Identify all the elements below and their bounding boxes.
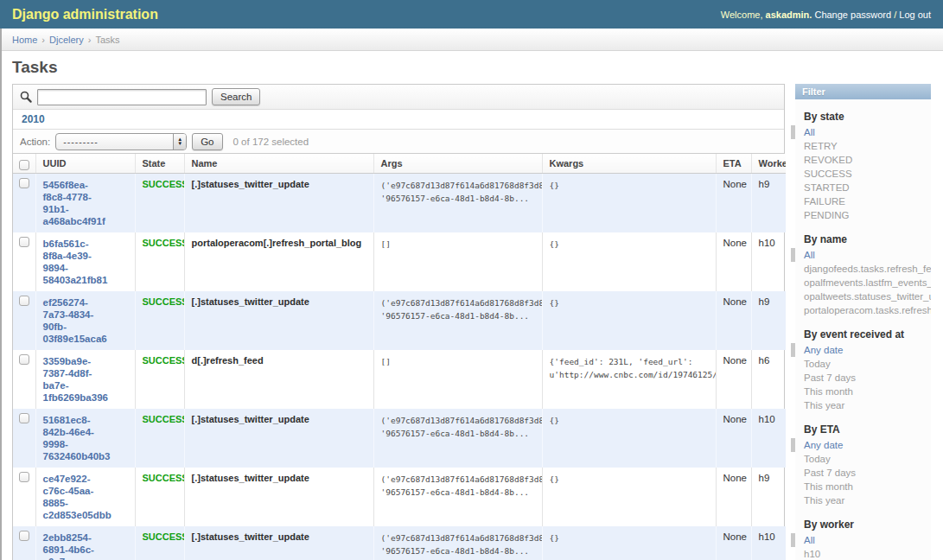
filter-list-by-event-received: Any date Today Past 7 days This month Th…	[795, 343, 931, 412]
task-uuid-link[interactable]: 5456f8ea- f8c8-4778- 91b1- a468abc4f91f	[43, 180, 105, 226]
breadcrumb-djcelery[interactable]: Djcelery	[49, 35, 84, 45]
filter-item-eta-past-7-days[interactable]: Past 7 days	[795, 466, 931, 480]
search-input[interactable]	[37, 89, 207, 105]
filter-item-state-retry[interactable]: RETRY	[795, 139, 931, 153]
task-worker: h10	[751, 409, 786, 468]
table-row: 51681ec8- 842b-46e4- 9998- 7632460b40b3 …	[13, 409, 786, 468]
row-checkbox[interactable]	[19, 178, 29, 188]
filter-list-by-name: All djangofeeds.tasks.refresh_feed opalf…	[795, 248, 931, 317]
column-header-name[interactable]: Name	[184, 154, 373, 174]
task-eta: None	[716, 468, 751, 526]
column-header-uuid[interactable]: UUID	[35, 154, 135, 174]
task-state: SUCCESS	[135, 291, 184, 350]
task-eta: None	[716, 526, 751, 560]
go-button[interactable]: Go	[192, 133, 222, 150]
filter-item-name-opalfmevents[interactable]: opalfmevents.lastfm_events_upd	[795, 276, 931, 290]
filter-item-received-this-year[interactable]: This year	[795, 398, 931, 412]
column-header-args[interactable]: Args	[373, 154, 542, 174]
column-header-kwargs[interactable]: Kwargs	[542, 154, 716, 174]
filter-item-received-today[interactable]: Today	[795, 357, 931, 371]
filter-item-state-revoked[interactable]: REVOKED	[795, 153, 931, 167]
task-state: SUCCESS	[135, 409, 184, 468]
filter-item-name-opaltweets[interactable]: opaltweets.statuses_twitter_upd	[795, 290, 931, 303]
row-checkbox[interactable]	[19, 237, 29, 247]
filter-item-eta-any-date[interactable]: Any date	[791, 438, 931, 452]
task-args: ('e97c687d13d87f614a6d81768d8f3d8e', '96…	[373, 526, 542, 560]
filter-item-state-success[interactable]: SUCCESS	[795, 167, 931, 181]
row-checkbox[interactable]	[19, 296, 29, 306]
task-args: []	[373, 350, 542, 409]
filter-item-received-any-date[interactable]: Any date	[791, 343, 931, 357]
row-checkbox[interactable]	[19, 472, 29, 482]
task-state: SUCCESS	[135, 468, 184, 526]
site-title: Django administration	[12, 7, 158, 22]
filter-item-state-failure[interactable]: FAILURE	[795, 194, 931, 208]
results-table: UUID State Name Args Kwargs ETA Worker 5…	[13, 154, 786, 560]
table-row: b6fa561c- 8f8a-4e39- 9894- 58403a21fb81 …	[13, 232, 786, 291]
filter-sidebar: Filter By state All RETRY REVOKED SUCCES…	[795, 84, 931, 560]
task-uuid-link[interactable]: ce47e922- c76c-45aa- 8885- c2d853e05dbb	[43, 474, 112, 520]
task-kwargs: {}	[542, 174, 716, 233]
breadcrumb-current: Tasks	[95, 35, 119, 45]
row-checkbox[interactable]	[19, 354, 29, 365]
task-name: d[.]refresh_feed	[184, 350, 373, 409]
filter-item-worker-h10[interactable]: h10	[795, 547, 931, 560]
task-kwargs: {}	[542, 232, 716, 291]
logout-link[interactable]: Log out	[899, 10, 931, 20]
task-uuid-link[interactable]: 2ebb8254- 6891-4b6c- a0e7-	[43, 532, 94, 560]
filter-item-worker-all[interactable]: All	[791, 533, 931, 547]
column-header-worker[interactable]: Worker	[751, 154, 786, 174]
task-kwargs: {}	[542, 468, 716, 526]
change-password-link[interactable]: Change password	[814, 10, 891, 20]
select-stepper-icon: ▲▼	[173, 134, 186, 150]
task-worker: h10	[751, 526, 786, 560]
task-eta: None	[716, 291, 751, 350]
action-select[interactable]: --------- ▲▼	[55, 133, 187, 150]
page-title: Tasks	[12, 58, 943, 77]
task-state: SUCCESS	[135, 350, 184, 409]
date-hierarchy-year-link[interactable]: 2010	[22, 113, 45, 125]
filter-heading-by-event-received: By event received at	[795, 328, 931, 340]
task-uuid-link[interactable]: 51681ec8- 842b-46e4- 9998- 7632460b40b3	[43, 415, 111, 461]
row-checkbox[interactable]	[19, 531, 29, 541]
task-kwargs: {}	[542, 409, 716, 468]
filter-item-state-started[interactable]: STARTED	[795, 181, 931, 194]
breadcrumb-separator: ›	[88, 35, 92, 45]
select-all-checkbox[interactable]	[19, 160, 29, 170]
filter-item-state-all[interactable]: All	[791, 125, 931, 139]
table-row: ce47e922- c76c-45aa- 8885- c2d853e05dbb …	[13, 468, 786, 526]
filter-title: Filter	[795, 84, 931, 99]
search-button[interactable]: Search	[212, 88, 260, 105]
filter-item-state-pending[interactable]: PENDING	[795, 208, 931, 222]
table-row: 2ebb8254- 6891-4b6c- a0e7- SUCCESS [.]st…	[13, 526, 786, 560]
table-row: 3359ba9e- 7387-4d8f- ba7e- 1fb6269ba396 …	[13, 350, 786, 409]
task-uuid-link[interactable]: 3359ba9e- 7387-4d8f- ba7e- 1fb6269ba396	[43, 356, 108, 403]
filter-item-name-portaloperacom[interactable]: portaloperacom.tasks.refresh_p	[795, 303, 931, 317]
changelist: Search 2010 Action: --------- ▲▼ Go 0 of…	[12, 84, 785, 560]
table-header-row: UUID State Name Args Kwargs ETA Worker	[13, 154, 786, 174]
task-args: ('e97c687d13d87f614a6d81768d8f3d8e', '96…	[373, 409, 542, 468]
filter-item-name-djangofeeds[interactable]: djangofeeds.tasks.refresh_feed	[795, 262, 931, 276]
filter-item-received-past-7-days[interactable]: Past 7 days	[795, 371, 931, 385]
column-header-state[interactable]: State	[135, 154, 184, 174]
task-uuid-link[interactable]: b6fa561c- 8f8a-4e39- 9894- 58403a21fb81	[43, 239, 108, 285]
filter-item-eta-this-year[interactable]: This year	[795, 493, 931, 507]
task-state: SUCCESS	[135, 526, 184, 560]
welcome-text: Welcome,	[721, 10, 763, 20]
filter-item-name-all[interactable]: All	[791, 248, 931, 262]
filter-item-eta-today[interactable]: Today	[795, 452, 931, 466]
task-eta: None	[716, 174, 751, 233]
task-uuid-link[interactable]: ef256274- 7a73-4834- 90fb- 03f89e15aca6	[43, 297, 107, 344]
task-eta: None	[716, 409, 751, 468]
task-name: [.]statuses_twitter_update	[184, 468, 373, 526]
date-hierarchy: 2010	[13, 110, 784, 130]
row-checkbox[interactable]	[19, 413, 29, 423]
filter-item-eta-this-month[interactable]: This month	[795, 480, 931, 493]
column-header-eta[interactable]: ETA	[716, 154, 751, 174]
filter-item-received-this-month[interactable]: This month	[795, 385, 931, 398]
breadcrumb-home[interactable]: Home	[12, 35, 37, 45]
task-args: ('e97c687d13d87f614a6d81768d8f3d8e', '96…	[373, 291, 542, 350]
task-kwargs: {}	[542, 291, 716, 350]
actions-bar: Action: --------- ▲▼ Go 0 of 172 selecte…	[13, 130, 784, 154]
task-args: ('e97c687d13d87f614a6d81768d8f3d8e', '96…	[373, 468, 542, 526]
